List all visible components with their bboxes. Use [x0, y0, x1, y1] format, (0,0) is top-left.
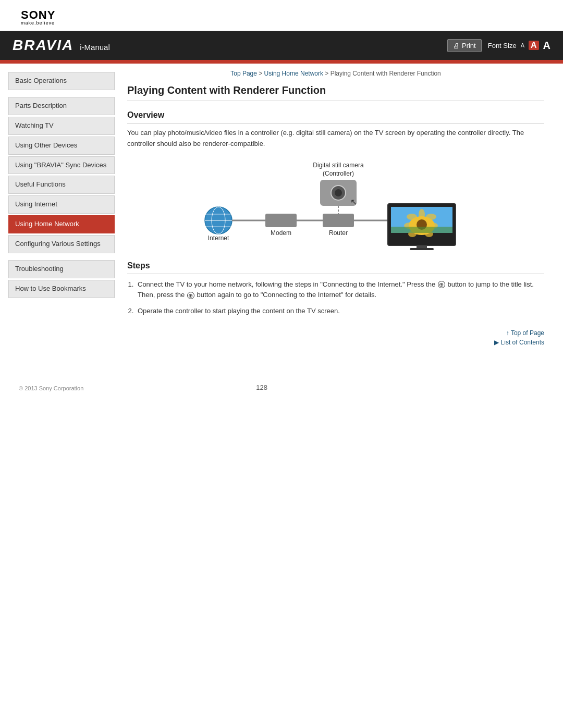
bravia-left: BRAVIA i-Manual	[13, 37, 110, 54]
main-layout: Basic Operations Parts Description Watch…	[0, 64, 563, 359]
bravia-title: BRAVIA	[13, 37, 74, 54]
sidebar: Basic Operations Parts Description Watch…	[0, 64, 115, 308]
svg-text:Internet: Internet	[208, 235, 229, 242]
sony-header: SONY make.believe	[0, 0, 563, 31]
svg-rect-32	[410, 248, 434, 250]
sidebar-item-troubleshooting[interactable]: Troubleshooting	[8, 260, 115, 278]
copyright: © 2013 Sony Corporation	[19, 385, 83, 391]
bravia-bar: BRAVIA i-Manual 🖨 Print Font Size A A A	[0, 31, 563, 60]
sidebar-item-using-other-devices[interactable]: Using Other Devices	[8, 137, 115, 155]
network-diagram: Digital still camera (Controller) ↖ Inte…	[127, 158, 544, 252]
sony-logo: SONY make.believe	[21, 9, 542, 26]
breadcrumb-top-page[interactable]: Top Page	[230, 70, 257, 77]
page-footer: © 2013 Sony Corporation 128	[0, 379, 563, 396]
sony-logo-text: SONY	[21, 9, 542, 21]
sidebar-item-configuring-settings[interactable]: Configuring Various Settings	[8, 235, 115, 253]
overview-text: You can play photo/music/video files in …	[127, 128, 544, 150]
svg-text:Modem: Modem	[271, 229, 291, 237]
sidebar-item-parts-description[interactable]: Parts Description	[8, 97, 115, 115]
sidebar-item-using-internet[interactable]: Using Internet	[8, 195, 115, 214]
circle-plus-icon-2: ⊕	[187, 292, 194, 299]
svg-point-23	[426, 214, 436, 220]
svg-text:Digital still camera: Digital still camera	[313, 162, 364, 169]
print-icon: 🖨	[453, 42, 460, 50]
sidebar-item-useful-functions[interactable]: Useful Functions	[8, 176, 115, 194]
breadcrumb-sep2: >	[325, 70, 330, 77]
svg-text:(Controller): (Controller)	[323, 170, 354, 177]
breadcrumb-current: Playing Content with Renderer Function	[331, 70, 441, 77]
svg-rect-16	[323, 214, 354, 227]
font-size-label: Font Size	[488, 42, 517, 50]
sidebar-item-using-home-network[interactable]: Using Home Network	[8, 215, 115, 233]
print-label: Print	[462, 42, 476, 50]
steps-list: Connect the TV to your home network, fol…	[136, 279, 544, 317]
svg-text:Router: Router	[329, 229, 348, 237]
footer-links: ↑ Top of Page ▶ List of Contents	[127, 329, 544, 346]
step-1: Connect the TV to your home network, fol…	[136, 279, 544, 301]
svg-point-22	[419, 209, 425, 219]
red-accent-bar	[0, 60, 563, 64]
breadcrumb: Top Page > Using Home Network > Playing …	[127, 70, 544, 77]
page-number: 128	[83, 384, 440, 391]
svg-text:↖: ↖	[350, 198, 357, 206]
page-title: Playing Content with Renderer Function	[127, 84, 544, 101]
overview-heading: Overview	[127, 110, 544, 124]
sidebar-divider-1	[8, 92, 115, 97]
main-content: Top Page > Using Home Network > Playing …	[115, 64, 563, 359]
svg-point-28	[407, 214, 417, 220]
breadcrumb-sep1: >	[259, 70, 264, 77]
top-of-page-link[interactable]: ↑ Top of Page	[506, 329, 544, 337]
svg-point-4	[335, 189, 342, 196]
diagram-svg: Digital still camera (Controller) ↖ Inte…	[185, 158, 487, 252]
sidebar-item-basic-operations[interactable]: Basic Operations	[8, 72, 115, 90]
list-of-contents-link[interactable]: ▶ List of Contents	[494, 339, 544, 346]
sidebar-item-bravia-sync[interactable]: Using "BRAVIA" Sync Devices	[8, 156, 115, 175]
breadcrumb-section[interactable]: Using Home Network	[264, 70, 323, 77]
svg-rect-30	[391, 227, 452, 233]
step-2: Operate the controller to start playing …	[136, 306, 544, 317]
print-button[interactable]: 🖨 Print	[447, 39, 482, 52]
steps-heading: Steps	[127, 261, 544, 274]
font-med-button[interactable]: A	[529, 41, 539, 50]
bravia-subtitle: i-Manual	[80, 43, 110, 52]
bravia-controls: 🖨 Print Font Size A A A	[447, 39, 550, 52]
sidebar-item-watching-tv[interactable]: Watching TV	[8, 117, 115, 135]
circle-plus-icon-1: ⊕	[438, 281, 445, 288]
sony-tagline: make.believe	[21, 21, 542, 26]
sidebar-item-bookmarks[interactable]: How to Use Bookmarks	[8, 280, 115, 298]
font-small-button[interactable]: A	[521, 42, 524, 48]
font-large-button[interactable]: A	[543, 40, 550, 52]
sidebar-divider-2	[8, 255, 115, 260]
svg-rect-13	[265, 214, 297, 227]
